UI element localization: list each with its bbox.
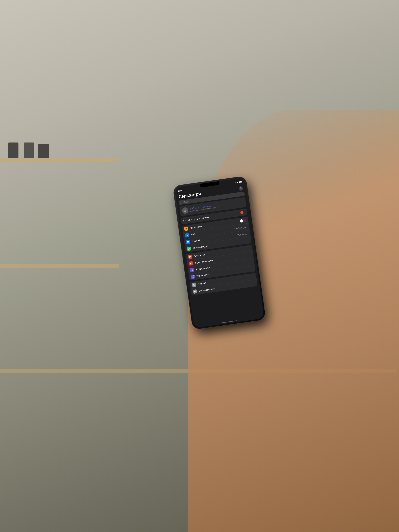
general-chevron: › (253, 275, 254, 278)
status-time: 8:25 (178, 189, 182, 192)
sounds-chevron: › (251, 254, 252, 256)
bluetooth-chevron: › (247, 233, 248, 234)
airplane-mode-toggle[interactable] (239, 219, 246, 223)
wifi-value: Meddison_ua (234, 226, 246, 230)
avatar-icon (183, 209, 187, 213)
shelf-phone-2 (24, 142, 34, 158)
shelf-phone-3 (38, 144, 49, 158)
bluetooth-icon: ✱ (186, 240, 190, 244)
battery-icon (238, 181, 242, 183)
svg-rect-9 (189, 248, 190, 249)
finish-setup-label: Finish Setting Up Your iPhone (183, 216, 209, 222)
notifications-chevron: › (250, 247, 251, 249)
svg-point-3 (181, 202, 182, 203)
screen-time-chevron: › (252, 267, 253, 269)
svg-rect-0 (241, 187, 241, 189)
apple-id-text: Увійдіть у свій iPhone Налаштуйте iCloud… (190, 204, 217, 212)
general-icon (192, 283, 196, 287)
search-placeholder: Пошук (183, 200, 190, 203)
toggle-thumb (240, 219, 243, 223)
svg-rect-10 (190, 248, 190, 249)
finish-setup-badge: 1 (240, 211, 244, 214)
svg-rect-14 (194, 291, 195, 292)
battery-fill (239, 182, 241, 183)
cellular-icon (187, 247, 191, 251)
shelf-top (0, 158, 119, 162)
focus-icon: 🌙 (190, 268, 194, 272)
bell-icon (189, 255, 191, 258)
shelf-phone-1 (8, 142, 19, 158)
screen-time-icon (191, 275, 195, 279)
svg-point-5 (184, 209, 186, 211)
airplane-mode-icon: ✈ (184, 226, 188, 231)
notifications-icon (188, 254, 192, 259)
search-icon (180, 202, 183, 204)
avatar (182, 207, 189, 214)
svg-rect-7 (188, 249, 189, 249)
mic-icon (240, 187, 242, 190)
svg-point-13 (194, 285, 195, 285)
wifi-chevron: › (247, 226, 247, 228)
sliders-icon (194, 290, 196, 293)
mic-button[interactable] (239, 186, 243, 191)
status-icons: ▾ (233, 181, 242, 184)
svg-point-11 (190, 257, 190, 258)
cellular-chevron: › (248, 239, 249, 241)
apple-id-chevron: › (218, 205, 219, 207)
bluetooth-value: Увімкнено (237, 233, 247, 236)
wifi-status-icon: ▾ (237, 182, 238, 184)
finish-setup-chevron: › (244, 211, 245, 213)
svg-rect-16 (195, 291, 196, 291)
shelf-middle (0, 264, 119, 268)
finish-setup-right: 1 › (240, 211, 245, 214)
hourglass-icon (192, 276, 194, 278)
sounds-icon (189, 261, 193, 266)
svg-point-6 (184, 211, 186, 213)
control-center-icon (193, 289, 197, 294)
speaker-icon (190, 262, 192, 265)
wifi-icon-settings (185, 233, 189, 238)
wifi-symbol (186, 234, 188, 236)
cellular-symbol (188, 247, 190, 250)
svg-line-4 (182, 203, 182, 203)
gear-icon (193, 284, 195, 286)
control-center-chevron: › (254, 282, 255, 284)
svg-rect-8 (189, 248, 189, 249)
signal-icon (233, 182, 236, 184)
svg-rect-15 (195, 291, 195, 292)
focus-chevron: › (252, 261, 252, 263)
